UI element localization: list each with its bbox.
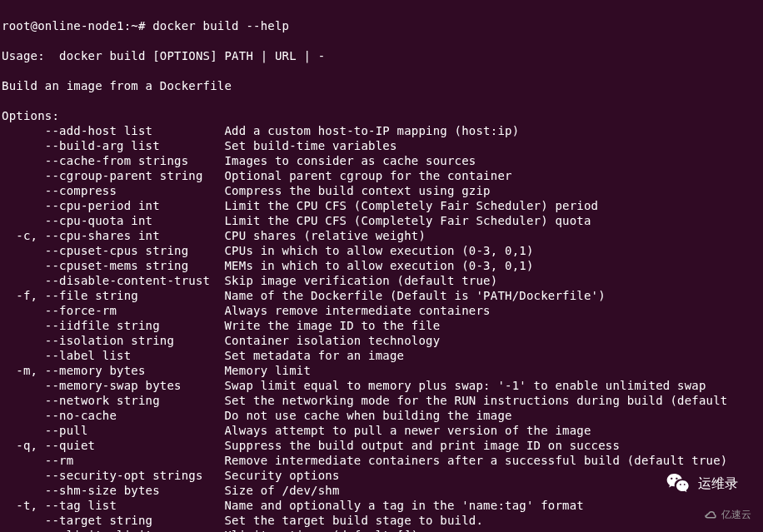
options-list: --add-host list Add a custom host-to-IP …	[2, 123, 761, 532]
options-header: Options:	[2, 109, 59, 122]
shell-prompt: root@online-node1:~#	[2, 19, 152, 32]
wechat-badge: 运维录	[665, 470, 738, 497]
yisu-icon	[703, 507, 718, 522]
usage-label: Usage:	[2, 49, 59, 62]
yisu-label: 亿速云	[721, 507, 751, 522]
typed-command: docker build --help	[152, 19, 289, 32]
yisu-watermark: 亿速云	[698, 505, 756, 524]
description-text: Build an image from a Dockerfile	[2, 79, 232, 92]
terminal-output[interactable]: root@online-node1:~# docker build --help…	[2, 3, 761, 532]
usage-text: docker build [OPTIONS] PATH | URL | -	[59, 49, 325, 62]
wechat-label: 运维录	[698, 476, 738, 491]
wechat-icon	[665, 470, 691, 497]
